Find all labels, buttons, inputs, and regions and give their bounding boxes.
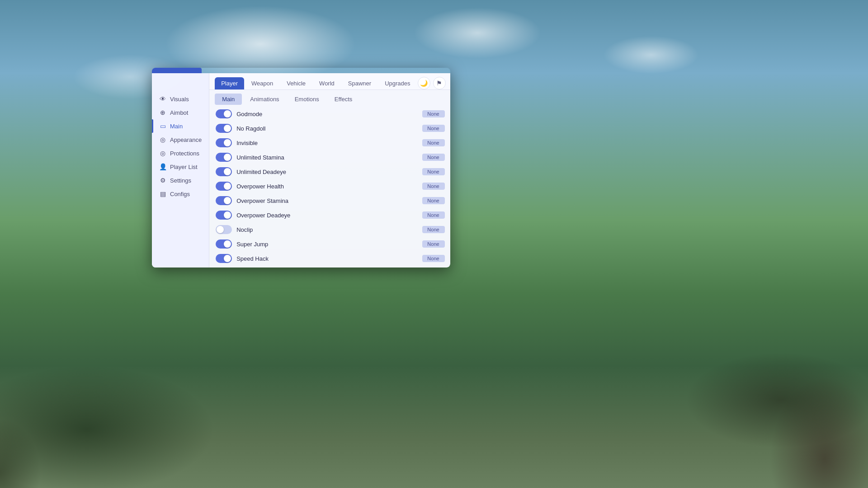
feature-badge-super-jump[interactable]: None — [422, 240, 445, 248]
feature-row-overpower-stamina: Overpower Stamina None — [209, 193, 450, 208]
feature-name-unlimited-deadeye: Unlimited Deadeye — [236, 169, 417, 175]
sidebar-label-visuals: Visuals — [170, 96, 189, 103]
feature-name-unlimited-stamina: Unlimited Stamina — [236, 154, 417, 161]
sub-tab-main[interactable]: Main — [215, 94, 242, 105]
top-tab-icons: 🌙⚑ — [418, 77, 446, 89]
sidebar-label-settings: Settings — [170, 177, 191, 184]
sidebar-nav: 👁 Visuals ⊕ Aimbot ▭ Main ◎ Appearance ◎… — [152, 92, 209, 201]
feature-row-super-jump: Super Jump None — [209, 237, 450, 251]
feature-row-speed-hack: Speed Hack None — [209, 251, 450, 266]
feature-name-super-jump: Super Jump — [236, 241, 417, 248]
player-list-icon: 👤 — [159, 163, 166, 170]
feature-badge-unlimited-stamina[interactable]: None — [422, 154, 445, 161]
top-tab-vehicle[interactable]: Vehicle — [280, 77, 312, 89]
top-tabs: PlayerWeaponVehicleWorldSpawnerUpgrades🌙… — [209, 73, 450, 90]
sidebar-label-aimbot: Aimbot — [170, 109, 188, 116]
feature-name-invisible: Invisible — [236, 140, 417, 146]
feature-name-no-ragdoll: No Ragdoll — [236, 125, 417, 132]
right-content: PlayerWeaponVehicleWorldSpawnerUpgrades🌙… — [209, 73, 450, 267]
toggle-knob-unlimited-stamina — [224, 154, 231, 161]
sidebar-item-main[interactable]: ▭ Main — [152, 119, 209, 133]
feature-badge-noclip[interactable]: None — [422, 226, 445, 233]
feature-badge-unlimited-deadeye[interactable]: None — [422, 168, 445, 175]
feature-row-godmode: Godmode None — [209, 107, 450, 121]
main-icon: ▭ — [159, 122, 166, 130]
feature-badge-no-ragdoll[interactable]: None — [422, 125, 445, 132]
feature-row-no-ragdoll: No Ragdoll None — [209, 121, 450, 136]
sub-tab-animations[interactable]: Animations — [243, 94, 286, 105]
feature-list: Godmode None No Ragdoll None Invisible N… — [209, 105, 450, 267]
toggle-knob-super-jump — [224, 240, 231, 248]
configs-icon: ▤ — [159, 190, 166, 197]
visuals-icon: 👁 — [159, 95, 166, 103]
toggle-overpower-health[interactable] — [216, 182, 232, 191]
toggle-no-ragdoll[interactable] — [216, 124, 232, 133]
sidebar: 👁 Visuals ⊕ Aimbot ▭ Main ◎ Appearance ◎… — [152, 73, 209, 267]
feature-badge-overpower-health[interactable]: None — [422, 183, 445, 190]
toggle-unlimited-deadeye[interactable] — [216, 167, 232, 176]
sidebar-item-appearance[interactable]: ◎ Appearance — [152, 133, 209, 146]
flag-icon-button[interactable]: ⚑ — [433, 77, 446, 89]
toggle-knob-speed-hack — [224, 255, 231, 262]
sidebar-label-main: Main — [170, 123, 183, 130]
sub-tabs: MainAnimationsEmotionsEffects — [209, 90, 450, 105]
window-body: 👁 Visuals ⊕ Aimbot ▭ Main ◎ Appearance ◎… — [152, 73, 450, 267]
toggle-knob-invisible — [224, 139, 231, 146]
cheat-window: 👁 Visuals ⊕ Aimbot ▭ Main ◎ Appearance ◎… — [152, 68, 450, 267]
feature-name-speed-hack: Speed Hack — [236, 255, 417, 262]
feature-badge-godmode[interactable]: None — [422, 110, 445, 117]
top-tab-player[interactable]: Player — [215, 77, 244, 89]
toggle-knob-godmode — [224, 110, 231, 117]
feature-badge-overpower-stamina[interactable]: None — [422, 197, 445, 204]
feature-row-overpower-deadeye: Overpower Deadeye None — [209, 208, 450, 222]
feature-name-noclip: Noclip — [236, 226, 417, 233]
aimbot-icon: ⊕ — [159, 109, 166, 116]
sidebar-item-protections[interactable]: ◎ Protections — [152, 146, 209, 160]
feature-name-overpower-deadeye: Overpower Deadeye — [236, 212, 417, 219]
toggle-speed-hack[interactable] — [216, 254, 232, 263]
appearance-icon: ◎ — [159, 136, 166, 143]
top-tab-weapon[interactable]: Weapon — [245, 77, 279, 89]
feature-badge-overpower-deadeye[interactable]: None — [422, 211, 445, 219]
feature-name-godmode: Godmode — [236, 111, 417, 117]
toggle-knob-overpower-health — [224, 183, 231, 190]
feature-name-overpower-health: Overpower Health — [236, 183, 417, 190]
top-tab-world[interactable]: World — [313, 77, 341, 89]
top-tab-upgrades[interactable]: Upgrades — [378, 77, 416, 89]
sidebar-label-player-list: Player List — [170, 164, 198, 170]
toggle-super-jump[interactable] — [216, 239, 232, 249]
toggle-knob-no-ragdoll — [224, 125, 231, 132]
top-tab-spawner[interactable]: Spawner — [342, 77, 377, 89]
feature-row-unlimited-deadeye: Unlimited Deadeye None — [209, 164, 450, 179]
feature-row-invisible: Invisible None — [209, 136, 450, 150]
toggle-noclip[interactable] — [216, 225, 232, 234]
toggle-unlimited-stamina[interactable] — [216, 153, 232, 162]
sidebar-label-configs: Configs — [170, 191, 190, 197]
toggle-invisible[interactable] — [216, 138, 232, 147]
toggle-overpower-stamina[interactable] — [216, 196, 232, 205]
toggle-knob-overpower-stamina — [224, 197, 231, 204]
sidebar-item-aimbot[interactable]: ⊕ Aimbot — [152, 106, 209, 119]
sidebar-item-visuals[interactable]: 👁 Visuals — [152, 92, 209, 106]
feature-row-overpower-health: Overpower Health None — [209, 179, 450, 193]
feature-row-unlimited-stamina: Unlimited Stamina None — [209, 150, 450, 164]
sub-tab-effects[interactable]: Effects — [327, 94, 360, 105]
sidebar-item-settings[interactable]: ⚙ Settings — [152, 174, 209, 187]
sidebar-label-appearance: Appearance — [170, 136, 202, 143]
feature-badge-invisible[interactable]: None — [422, 139, 445, 146]
feature-row-noclip: Noclip None — [209, 222, 450, 237]
toggle-knob-overpower-deadeye — [224, 211, 231, 219]
toggle-godmode[interactable] — [216, 109, 232, 118]
title-bar — [152, 68, 202, 73]
settings-icon: ⚙ — [159, 177, 166, 184]
sidebar-version — [173, 256, 188, 260]
feature-badge-speed-hack[interactable]: None — [422, 255, 445, 262]
protections-icon: ◎ — [159, 150, 166, 157]
sidebar-item-player-list[interactable]: 👤 Player List — [152, 160, 209, 174]
sidebar-item-configs[interactable]: ▤ Configs — [152, 187, 209, 201]
feature-row-peds-ignore: Peds Ignore None — [209, 266, 450, 267]
toggle-overpower-deadeye[interactable] — [216, 211, 232, 220]
sub-tab-emotions[interactable]: Emotions — [288, 94, 326, 105]
feature-name-overpower-stamina: Overpower Stamina — [236, 197, 417, 204]
moon-icon-button[interactable]: 🌙 — [418, 77, 430, 89]
